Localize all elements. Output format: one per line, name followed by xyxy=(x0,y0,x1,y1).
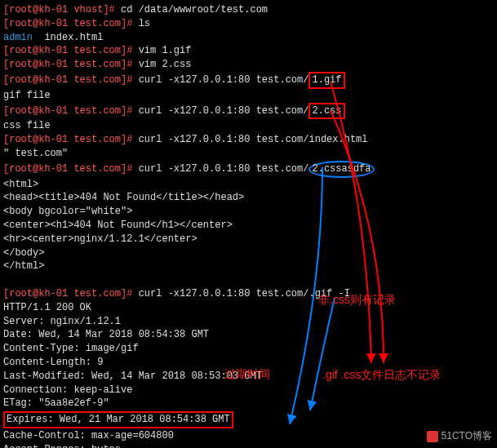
index-output: " test.com" xyxy=(3,147,494,161)
cmd-curl-gif: curl -x127.0.0.1:80 test.com/ xyxy=(139,74,309,86)
css-filename-box: 2.css xyxy=(308,103,344,120)
ls-rest: index.html xyxy=(33,32,103,43)
hdr-cache: Cache-Control: max-age=604800 xyxy=(3,429,494,443)
nf-l6: </body> xyxy=(3,246,494,260)
hdr-server: Server: nginx/1.12.1 xyxy=(3,315,494,329)
prompt: [root@kh-01 test.com]# xyxy=(3,45,139,56)
nf-l2: <head><title>404 Not Found</title></head… xyxy=(3,191,494,205)
cmd-ls: ls xyxy=(139,18,150,29)
watermark-text: 51CTO博客 xyxy=(442,429,492,443)
cmd-vim2: vim 2.css xyxy=(139,59,192,70)
cmd-curl-index: curl -x127.0.0.1:80 test.com/index.html xyxy=(139,134,368,145)
ls-admin: admin xyxy=(3,32,33,43)
prompt: [root@kh-01 test.com]# xyxy=(3,105,139,117)
terminal[interactable]: [root@kh-01 vhost]# cd /data/wwwroot/tes… xyxy=(0,0,497,448)
prompt: [root@kh-01 test.com]# xyxy=(3,288,139,299)
nf-l3: <body bgcolor="white"> xyxy=(3,205,494,219)
hdr-clen: Content-Length: 9 xyxy=(3,356,494,370)
hdr-conn: Connection: keep-alive xyxy=(3,384,494,397)
prompt: [root@kh-01 vhost]# xyxy=(3,4,121,16)
nf-l7: </html> xyxy=(3,259,494,273)
gif-output: gif file xyxy=(3,89,494,103)
watermark-logo-icon xyxy=(427,431,438,442)
hdr-ctype: Content-Type: image/gif xyxy=(3,342,494,356)
prompt: [root@kh-01 test.com]# xyxy=(3,59,139,70)
css-output: css file xyxy=(3,119,494,133)
prompt: [root@kh-01 test.com]# xyxy=(3,163,139,175)
cmd-curl-bad: curl -x127.0.0.1:80 test.com/ xyxy=(139,163,309,175)
prompt: [root@kh-01 test.com]# xyxy=(3,134,139,145)
cmd-cd: cd /data/wwwroot/test.com xyxy=(121,4,268,16)
cmd-curl-head: curl -x127.0.0.1:80 test.com/ xyxy=(139,288,309,299)
expires-header-box: Expires: Wed, 21 Mar 2018 08:54:38 GMT xyxy=(3,411,233,428)
prompt: [root@kh-01 test.com]# xyxy=(3,74,139,86)
head-name: .gif -I xyxy=(308,288,349,299)
watermark: 51CTO博客 xyxy=(427,429,492,443)
bad-filename-circle: 2.cssasdfa xyxy=(308,161,374,178)
cmd-curl-css: curl -x127.0.0.1:80 test.com/ xyxy=(139,105,309,117)
hdr-status: HTTP/1.1 200 OK xyxy=(3,301,494,315)
nf-l1: <html> xyxy=(3,178,494,192)
gif-filename-box: 1.gif xyxy=(308,72,344,89)
hdr-date: Date: Wed, 14 Mar 2018 08:54:38 GMT xyxy=(3,328,494,342)
hdr-accept: Accept-Ranges: bytes xyxy=(3,443,494,448)
cmd-vim1: vim 1.gif xyxy=(139,45,192,56)
hdr-etag: ETag: "5aa8e2ef-9" xyxy=(3,397,494,410)
prompt: [root@kh-01 test.com]# xyxy=(3,18,139,29)
nf-l5: <hr><center>nginx/1.12.1</center> xyxy=(3,233,494,246)
nf-l4: <center><h1>404 Not Found</h1></center> xyxy=(3,219,494,233)
hdr-lastmod: Last-Modified: Wed, 14 Mar 2018 08:53:03… xyxy=(3,370,494,384)
